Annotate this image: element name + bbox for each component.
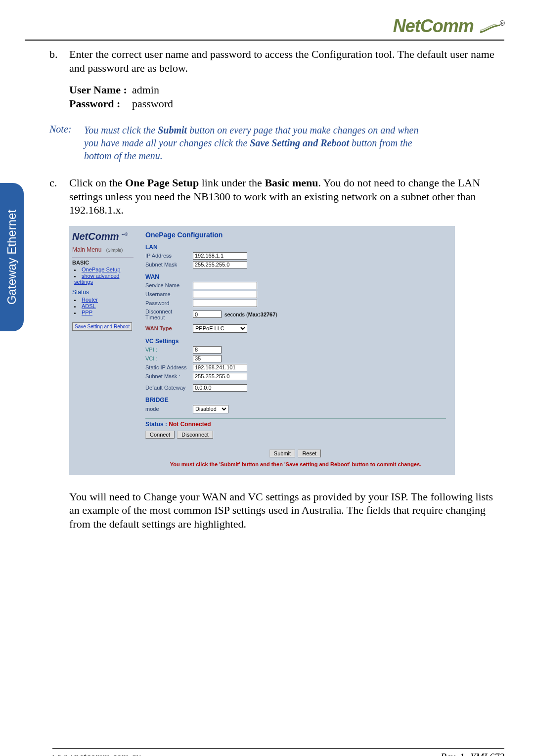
credentials-table: User Name : admin Password : password: [69, 84, 178, 111]
disconnect-button[interactable]: Disconnect: [177, 431, 213, 439]
footer-rev: Rev. 1- YML672: [404, 752, 504, 756]
save-reboot-button[interactable]: Save Setting and Reboot: [72, 322, 132, 331]
wan-pass-input[interactable]: [193, 300, 257, 307]
wan-user-input[interactable]: [193, 291, 257, 298]
main-menu-mode: (Simple): [106, 248, 123, 253]
lan-ip-label: IP Address: [145, 253, 193, 259]
list-item-c: Click on the One Page Setup link under t…: [69, 176, 504, 217]
status-heading: Status: [72, 289, 134, 296]
submit-button[interactable]: Submit: [269, 449, 295, 457]
config-title: OnePage Configuration: [145, 231, 446, 239]
brand-logo: NetComm ®: [393, 16, 504, 38]
connect-button[interactable]: Connect: [145, 431, 175, 439]
password-label: Password :: [69, 97, 132, 111]
swoosh-icon: [480, 17, 500, 38]
wan-service-label: Service Name: [145, 282, 193, 288]
reset-button[interactable]: Reset: [298, 449, 321, 457]
lan-mask-input[interactable]: [193, 261, 247, 268]
connection-status: Status : Not Connected: [145, 418, 446, 428]
vci-label: VCI :: [145, 356, 193, 361]
config-screenshot: NetComm --® Main Menu (Simple) BASIC One…: [69, 226, 455, 475]
lan-heading: LAN: [145, 244, 446, 251]
bridge-heading: BRIDGE: [145, 397, 446, 403]
sidebar-item-onepage[interactable]: OnePage Setup: [74, 267, 134, 272]
wan-disc-suffix: seconds (Max:32767): [224, 311, 277, 317]
basic-heading: BASIC: [72, 257, 134, 266]
wan-service-input[interactable]: [193, 282, 257, 289]
vc-mask-input[interactable]: [193, 373, 247, 380]
wan-disc-label: Disconnect Timeout: [145, 309, 193, 320]
commit-warning: You must click the 'Submit' button and t…: [145, 461, 446, 467]
vpi-label: VPI :: [145, 347, 193, 353]
sidebar-item-ppp[interactable]: PPP: [74, 310, 134, 315]
lan-mask-label: Subnet Mask: [145, 262, 193, 267]
sidebar-item-adsl[interactable]: ADSL: [74, 303, 134, 309]
wan-type-label: WAN Type: [145, 325, 193, 331]
note-label: Note:: [49, 124, 84, 162]
section-tab: Gateway Ethernet: [0, 183, 24, 331]
follow-paragraph: You will need to Change your WAN and VC …: [69, 490, 504, 531]
list-marker-b: b.: [49, 47, 69, 61]
vc-mask-label: Subnet Mask :: [145, 373, 193, 379]
swoosh-mini-icon: --®: [122, 232, 128, 237]
screenshot-brand: NetComm --®: [72, 231, 134, 242]
username-value: admin: [132, 84, 178, 97]
static-ip-input[interactable]: [193, 364, 247, 371]
password-value: password: [132, 97, 178, 111]
wan-disc-input[interactable]: [193, 311, 222, 318]
wan-heading: WAN: [145, 273, 446, 280]
vci-input[interactable]: [193, 355, 222, 362]
static-ip-label: Static IP Address: [145, 364, 193, 370]
wan-type-select[interactable]: PPPoE LLC: [193, 324, 247, 333]
lan-ip-input[interactable]: [193, 252, 247, 260]
sidebar-item-router[interactable]: Router: [74, 297, 134, 303]
wan-user-label: Username: [145, 291, 193, 297]
note-body: You must click the Submit button on ever…: [84, 124, 504, 162]
wan-pass-label: Password: [145, 300, 193, 306]
bridge-mode-select[interactable]: Disabled: [193, 405, 228, 413]
list-marker-c: c.: [49, 176, 69, 190]
bridge-mode-label: mode: [145, 406, 193, 412]
footer-url: www.netcomm.com.au: [52, 752, 141, 756]
vc-heading: VC Settings: [145, 338, 446, 345]
sidebar-item-advanced[interactable]: show advanced settings: [74, 273, 134, 285]
note-block: Note: You must click the Submit button o…: [49, 124, 504, 162]
username-label: User Name :: [69, 84, 132, 97]
gw-input[interactable]: [193, 384, 247, 392]
main-menu-label: Main Menu: [72, 246, 101, 253]
vpi-input[interactable]: [193, 346, 222, 354]
list-item-b: Enter the correct user name and password…: [69, 47, 504, 75]
gw-label: Default Gateway: [145, 385, 193, 391]
